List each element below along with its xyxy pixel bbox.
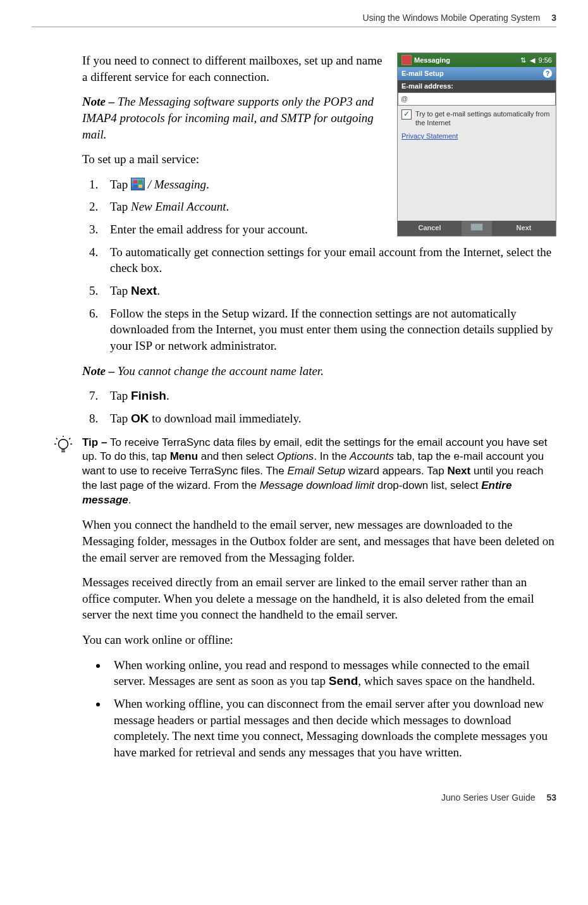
email-address-input: @ xyxy=(398,92,556,106)
note-account-name: Note – You cannot change the account nam… xyxy=(82,363,556,379)
device-screenshot: Messaging ⇅ ◀ 9:56 E-mail Setup ? E-mail… xyxy=(397,52,556,237)
step-8: Tap OK to download mail immediately. xyxy=(101,410,556,427)
setup-steps-b: Tap Finish. Tap OK to download mail imme… xyxy=(82,388,556,426)
tip-block: Tip – To receive TerraSync data files by… xyxy=(52,436,556,508)
auto-settings-label: Try to get e-mail settings automatically… xyxy=(415,109,552,128)
svg-line-5 xyxy=(69,438,70,439)
wm-time: 9:56 xyxy=(539,56,552,65)
linked-paragraph: Messages received directly from an email… xyxy=(82,574,556,623)
softkey-next: Next xyxy=(492,221,556,236)
help-icon: ? xyxy=(543,69,552,78)
wm-subtitle: E-mail Setup xyxy=(401,69,444,78)
lightbulb-icon xyxy=(52,436,75,455)
online-offline-lead: You can work online or offline: xyxy=(82,632,556,648)
page-number: 53 xyxy=(546,792,556,803)
email-address-label: E-mail address: xyxy=(398,80,556,92)
auto-settings-checkbox: ✓ xyxy=(401,109,412,120)
wm-app-title: Messaging xyxy=(414,56,450,65)
online-offline-list: When working online, you read and respon… xyxy=(82,657,556,761)
svg-point-0 xyxy=(59,439,68,448)
header-title: Using the Windows Mobile Operating Syste… xyxy=(362,13,540,23)
softkey-cancel: Cancel xyxy=(398,221,462,236)
svg-line-4 xyxy=(56,438,58,439)
wm-subtitle-bar: E-mail Setup ? xyxy=(398,67,556,80)
page-footer: Juno Series User Guide 53 xyxy=(32,792,556,803)
bullet-online: When working online, you read and respon… xyxy=(107,657,556,689)
windows-start-icon xyxy=(131,178,145,190)
wm-titlebar: Messaging ⇅ ◀ 9:56 xyxy=(398,53,556,67)
tip-text: Tip – To receive TerraSync data files by… xyxy=(82,436,556,508)
step-7: Tap Finish. xyxy=(101,388,556,404)
sync-paragraph: When you connect the handheld to the ema… xyxy=(82,517,556,565)
guide-title: Juno Series User Guide xyxy=(441,792,536,803)
bullet-offline: When working offline, you can disconnect… xyxy=(107,696,556,761)
privacy-link: Privacy Statement xyxy=(398,132,556,145)
wm-softkey-bar: Cancel Next xyxy=(398,221,556,236)
running-header: Using the Windows Mobile Operating Syste… xyxy=(32,13,556,27)
volume-icon: ◀ xyxy=(530,56,535,65)
chapter-number: 3 xyxy=(551,13,556,23)
keyboard-icon xyxy=(462,221,492,236)
signal-icon: ⇅ xyxy=(520,56,526,65)
start-flag-icon xyxy=(401,55,412,65)
step-4: To automatically get connection settings… xyxy=(101,244,556,276)
step-5: Tap Next. xyxy=(101,283,556,299)
step-6: Follow the steps in the Setup wizard. If… xyxy=(101,305,556,354)
